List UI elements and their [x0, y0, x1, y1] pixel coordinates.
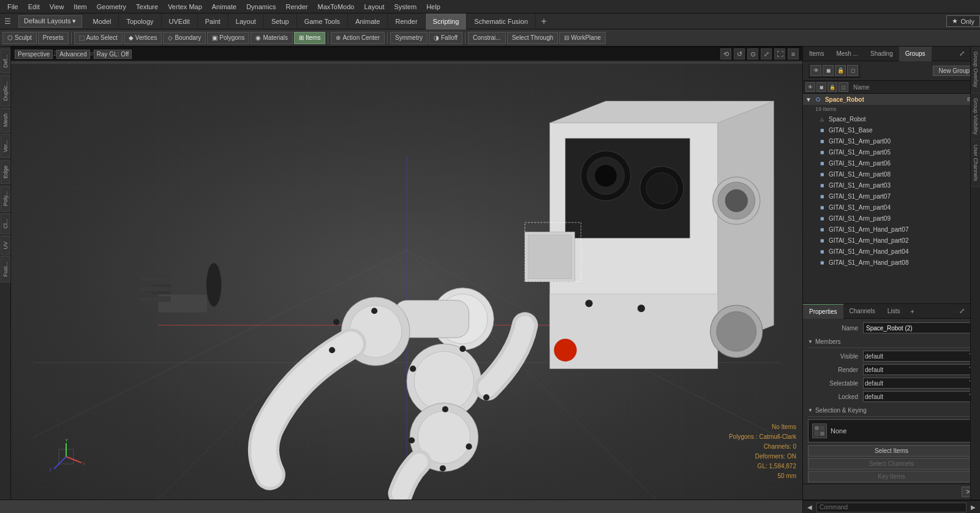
materials-button[interactable]: ◉ Materials — [251, 32, 293, 44]
tab-render[interactable]: Render — [388, 13, 425, 29]
left-tab-cl[interactable]: Cl... — [1, 213, 10, 234]
props-panel-expand-icon[interactable]: ⤢ — [956, 304, 968, 319]
only-button[interactable]: ★ Only — [946, 15, 980, 27]
list-item[interactable]: ◼ GITAI_S1_Base — [803, 124, 980, 135]
left-tab-ver[interactable]: Ver... — [1, 134, 10, 158]
viewport-refresh-icon[interactable]: ↺ — [734, 48, 745, 59]
list-item[interactable]: ◼ GITAI_S1_Arm_Hand_part02 — [803, 235, 980, 246]
menu-item[interactable]: Item — [69, 3, 91, 10]
locked-select[interactable]: default — [863, 391, 975, 402]
viewport[interactable]: Perspective Advanced Ray GL: Off ⟲ ↺ ⊙ ⤢… — [11, 47, 802, 500]
sculpt-button[interactable]: ⬡ Sculpt — [2, 32, 37, 44]
render-select[interactable]: default — [863, 364, 975, 375]
groups-panel-expand-icon[interactable]: ⤢ — [956, 47, 968, 61]
left-tab-edge[interactable]: Edge — [1, 160, 10, 184]
command-input[interactable] — [816, 503, 967, 512]
menu-edit[interactable]: Edit — [23, 3, 45, 10]
viewport-center-icon[interactable]: ⊙ — [747, 48, 758, 59]
left-tab-uv[interactable]: UV — [1, 236, 10, 255]
tab-animate[interactable]: Animate — [348, 13, 388, 29]
menu-view[interactable]: View — [45, 3, 69, 10]
select-channels-button[interactable]: Select Channels — [808, 458, 975, 469]
symmetry-button[interactable]: Symmetry — [390, 32, 428, 44]
menu-dynamics[interactable]: Dynamics — [241, 3, 281, 10]
list-item[interactable]: ◼ GITAI_S1_Arm_Hand_part08 — [803, 257, 980, 268]
groups-tree[interactable]: ▼ ⬡ Space_Robot Edit 19 Items △ Space_Ro… — [803, 94, 980, 303]
viewport-fit-icon[interactable]: ⤢ — [761, 48, 772, 59]
viewport-perspective-button[interactable]: Perspective — [15, 50, 53, 59]
tab-shading[interactable]: Shading — [864, 47, 899, 61]
menu-system[interactable]: System — [389, 3, 421, 10]
menu-file[interactable]: File — [2, 3, 23, 10]
viewport-raygl-button[interactable]: Ray GL: Off — [94, 50, 132, 59]
vertices-button[interactable]: ◆ Vertices — [124, 32, 162, 44]
left-tab-def[interactable]: Def... — [1, 49, 10, 74]
list-item[interactable]: ◼ GITAI_S1_Arm_part04 — [803, 202, 980, 213]
falloff-button[interactable]: ◑ Falloff — [429, 32, 462, 44]
presets-button[interactable]: Presets — [38, 32, 69, 44]
layout-menu-icon[interactable]: ☰ — [0, 13, 15, 29]
action-center-button[interactable]: ⊕ Action Center — [331, 32, 385, 44]
tab-groups[interactable]: Groups — [899, 47, 932, 61]
viewport-shading-button[interactable]: Advanced — [56, 50, 89, 59]
tab-topology[interactable]: Topology — [119, 13, 161, 29]
list-item[interactable]: ◼ GITAI_S1_Arm_Hand_part07 — [803, 224, 980, 235]
constraints-button[interactable]: Constrai... — [468, 32, 506, 44]
list-item[interactable]: ◼ GITAI_S1_Arm_part03 — [803, 180, 980, 191]
left-tab-poly[interactable]: Poly... — [1, 186, 10, 211]
right-edge-tab-group-overlay[interactable]: Group Overlay — [971, 47, 980, 93]
name-input[interactable] — [863, 322, 975, 333]
tab-mesh[interactable]: Mesh ... — [830, 47, 864, 61]
group-render-icon[interactable]: ◼ — [823, 65, 834, 76]
viewport-canvas[interactable]: No Items Polygons : Catmull-Clark Channe… — [11, 64, 802, 500]
group-lock-icon[interactable]: 🔒 — [835, 65, 846, 76]
menu-animate[interactable]: Animate — [207, 3, 241, 10]
col-render-icon[interactable]: ◼ — [816, 82, 826, 92]
menu-texture[interactable]: Texture — [131, 3, 163, 10]
tab-lists[interactable]: Lists — [881, 304, 907, 319]
col-lock-icon[interactable]: 🔒 — [827, 82, 837, 92]
menu-geometry[interactable]: Geometry — [92, 3, 131, 10]
menu-help[interactable]: Help — [421, 3, 445, 10]
menu-layout[interactable]: Layout — [359, 3, 389, 10]
list-item[interactable]: ◼ GITAI_S1_Arm_part05 — [803, 146, 980, 158]
list-item[interactable]: ◼ GITAI_S1_Arm_part07 — [803, 191, 980, 202]
list-item[interactable]: △ Space_Robot — [803, 113, 980, 124]
viewport-fullscreen-icon[interactable]: ⛶ — [774, 48, 785, 59]
tab-schematic-fusion[interactable]: Schematic Fusion — [467, 13, 535, 29]
visible-select[interactable]: default — [863, 351, 975, 362]
select-through-button[interactable]: Select Through — [507, 32, 559, 44]
menu-render[interactable]: Render — [281, 3, 312, 10]
group-eye-icon[interactable]: 👁 — [810, 65, 821, 76]
add-prop-tab-button[interactable]: + — [906, 308, 918, 315]
left-tab-fusi[interactable]: Fusi... — [1, 256, 10, 283]
viewport-menu-icon[interactable]: ≡ — [788, 48, 799, 59]
tab-uvedit[interactable]: UVEdit — [162, 13, 198, 29]
viewport-rotate-icon[interactable]: ⟲ — [720, 48, 731, 59]
list-item[interactable]: ◼ GITAI_S1_Arm_part06 — [803, 158, 980, 169]
right-edge-tab-group-visibility[interactable]: Group Visibility — [971, 93, 980, 140]
list-item[interactable]: ◼ GITAI_S1_Arm_part08 — [803, 169, 980, 180]
list-item[interactable]: ◼ GITAI_S1_Arm_part09 — [803, 213, 980, 224]
left-tab-mesh[interactable]: Mesh — [1, 108, 10, 132]
tab-paint[interactable]: Paint — [198, 13, 228, 29]
command-prev-button[interactable]: ◀ — [805, 504, 814, 511]
group-select-icon[interactable]: ◻ — [847, 65, 858, 76]
new-group-button[interactable]: New Group — [933, 66, 975, 76]
workplane-button[interactable]: ⊟ WorkPlane — [559, 32, 606, 44]
tab-properties[interactable]: Properties — [803, 304, 843, 319]
layout-dropdown[interactable]: Default Layouts ▾ — [18, 15, 82, 28]
tab-setup[interactable]: Setup — [264, 13, 297, 29]
auto-select-button[interactable]: ⬚ Auto Select — [74, 32, 123, 44]
menu-vertex-map[interactable]: Vertex Map — [163, 3, 207, 10]
boundary-button[interactable]: ◇ Boundary — [163, 32, 206, 44]
tab-items[interactable]: Items — [803, 47, 830, 61]
tab-game-tools[interactable]: Game Tools — [297, 13, 349, 29]
right-edge-tab-user-channels[interactable]: User Channels — [971, 140, 980, 187]
menu-maxtomode[interactable]: MaxToModo — [313, 3, 360, 10]
tab-model[interactable]: Model — [86, 13, 119, 29]
selection-keying-header[interactable]: ▼ Selection & Keying — [808, 405, 975, 417]
left-tab-duplic[interactable]: Duplic... — [1, 75, 10, 107]
members-section-header[interactable]: ▼ Members — [808, 336, 975, 348]
list-item[interactable]: ◼ GITAI_S1_Arm_Hand_part04 — [803, 246, 980, 257]
